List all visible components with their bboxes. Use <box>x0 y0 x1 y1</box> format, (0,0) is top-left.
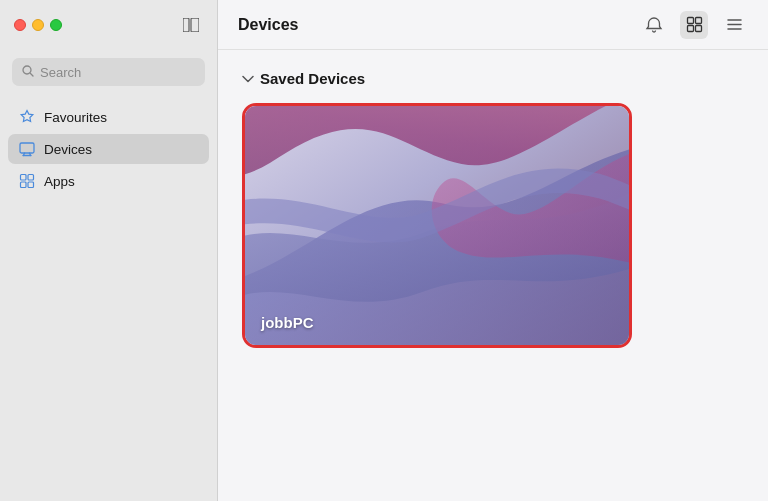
search-placeholder: Search <box>40 65 81 80</box>
sidebar-toggle-button[interactable] <box>179 13 203 37</box>
svg-rect-0 <box>183 18 189 32</box>
header-actions <box>640 11 748 39</box>
page-title: Devices <box>238 16 299 34</box>
svg-rect-1 <box>191 18 199 32</box>
svg-point-2 <box>23 66 31 74</box>
svg-rect-8 <box>21 175 27 181</box>
main-panel: Devices <box>218 0 768 501</box>
svg-rect-4 <box>20 143 34 153</box>
device-wallpaper <box>245 106 629 345</box>
sidebar-nav: Favourites Devices <box>0 98 217 200</box>
traffic-lights <box>14 19 62 31</box>
sidebar: Search Favourites Devices <box>0 0 218 501</box>
sidebar-item-apps-label: Apps <box>44 174 75 189</box>
svg-rect-15 <box>695 26 701 32</box>
svg-rect-14 <box>687 26 693 32</box>
sidebar-item-apps[interactable]: Apps <box>8 166 209 196</box>
notifications-button[interactable] <box>640 11 668 39</box>
apps-grid-icon <box>18 172 36 190</box>
device-name-label: jobbPC <box>261 314 314 331</box>
device-card-jobbPC[interactable]: jobbPC <box>242 103 632 348</box>
sidebar-titlebar <box>0 0 217 50</box>
grid-view-button[interactable] <box>680 11 708 39</box>
svg-rect-11 <box>28 182 34 188</box>
maximize-button[interactable] <box>50 19 62 31</box>
sidebar-item-favourites-label: Favourites <box>44 110 107 125</box>
sidebar-item-devices[interactable]: Devices <box>8 134 209 164</box>
svg-rect-12 <box>687 18 693 24</box>
search-icon <box>22 65 34 80</box>
section-title: Saved Devices <box>260 70 365 87</box>
search-container: Search <box>0 50 217 98</box>
search-box[interactable]: Search <box>12 58 205 86</box>
chevron-down-icon <box>242 72 254 86</box>
monitor-icon <box>18 140 36 158</box>
svg-line-3 <box>31 73 34 76</box>
sidebar-item-devices-label: Devices <box>44 142 92 157</box>
svg-rect-9 <box>28 175 34 181</box>
svg-rect-13 <box>695 18 701 24</box>
main-content: Saved Devices <box>218 50 768 501</box>
svg-rect-10 <box>21 182 27 188</box>
main-header: Devices <box>218 0 768 50</box>
minimize-button[interactable] <box>32 19 44 31</box>
list-view-button[interactable] <box>720 11 748 39</box>
section-header: Saved Devices <box>242 70 744 87</box>
close-button[interactable] <box>14 19 26 31</box>
star-icon <box>18 108 36 126</box>
sidebar-item-favourites[interactable]: Favourites <box>8 102 209 132</box>
